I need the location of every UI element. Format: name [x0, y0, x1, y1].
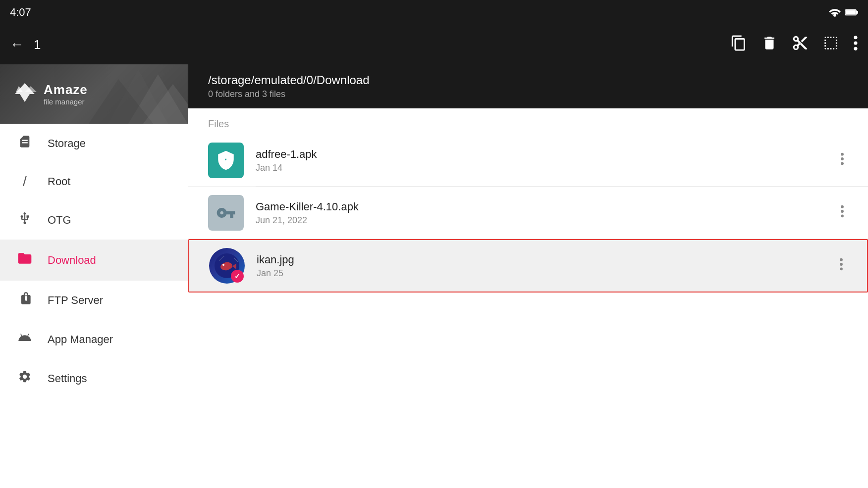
gamekiller-icon [208, 195, 244, 231]
ftp-icon [16, 292, 34, 309]
sidebar-item-storage-label: Storage [48, 137, 86, 150]
adfree-icon [208, 143, 244, 178]
wifi-icon [828, 7, 841, 17]
top-bar-actions [730, 35, 858, 55]
sidebar-item-otg-label: OTG [48, 214, 71, 227]
file-more-ikan[interactable] [835, 253, 847, 279]
top-bar: ← 1 [0, 25, 868, 64]
file-date-adfree: Jan 14 [256, 163, 824, 173]
svg-point-18 [841, 214, 844, 217]
svg-point-17 [841, 210, 844, 213]
sidebar-item-app-manager[interactable]: App Manager [0, 320, 188, 359]
sidebar-item-ftp-label: FTP Server [48, 294, 103, 307]
sidebar-item-download[interactable]: Download [0, 240, 188, 281]
sidebar-item-root-label: Root [48, 175, 70, 188]
file-more-adfree[interactable] [836, 148, 848, 173]
svg-rect-2 [846, 10, 856, 14]
more-options-icon[interactable] [853, 35, 858, 55]
status-icons [828, 7, 858, 17]
status-time: 4:07 [10, 6, 31, 19]
file-info-ikan: ikan.jpg Jan 25 [257, 253, 823, 279]
path-header: /storage/emulated/0/Download 0 folders a… [188, 64, 868, 108]
sidebar-item-download-label: Download [48, 254, 96, 267]
tab-count: 1 [34, 37, 41, 52]
amaze-logo-icon [12, 81, 38, 107]
svg-point-13 [841, 152, 844, 155]
files-section: Files adfree-1.apk Jan 14 [188, 108, 868, 488]
app-subtitle: file manager [44, 98, 88, 106]
status-bar: 4:07 [0, 0, 868, 25]
svg-point-3 [854, 36, 857, 39]
cut-icon[interactable] [792, 35, 809, 55]
copy-icon[interactable] [730, 35, 747, 55]
file-date-ikan: Jan 25 [257, 268, 823, 279]
svg-marker-10 [15, 83, 35, 102]
svg-point-25 [840, 258, 843, 261]
file-name-ikan: ikan.jpg [257, 253, 823, 266]
sidebar-nav: Storage / Root OTG [0, 124, 188, 488]
logo-text: Amaze file manager [44, 82, 88, 106]
main-layout: Amaze file manager Storage / Root [0, 64, 868, 488]
file-icon-gamekiller [208, 195, 244, 231]
battery-icon [845, 7, 858, 17]
file-name-gamekiller: Game-Killer-4.10.apk [256, 200, 824, 213]
sidebar-logo: Amaze file manager [12, 81, 88, 107]
svg-point-22 [222, 264, 224, 266]
svg-point-5 [854, 47, 857, 50]
mountain-decoration [89, 64, 188, 124]
content-area: /storage/emulated/0/Download 0 folders a… [188, 64, 868, 488]
app-name: Amaze [44, 82, 88, 98]
sidebar-header: Amaze file manager [0, 64, 188, 124]
file-item-adfree[interactable]: adfree-1.apk Jan 14 [188, 135, 868, 187]
sidebar-item-otg[interactable]: OTG [0, 200, 188, 240]
svg-point-14 [841, 157, 844, 160]
sidebar-item-storage[interactable]: Storage [0, 124, 188, 163]
delete-icon[interactable] [761, 35, 778, 55]
storage-icon [16, 135, 34, 152]
settings-icon [16, 370, 34, 387]
root-icon: / [16, 174, 34, 190]
svg-rect-1 [856, 11, 858, 14]
file-more-gamekiller[interactable] [836, 200, 848, 226]
sidebar-item-app-manager-label: App Manager [48, 333, 113, 346]
file-item-ikan[interactable]: ✓ ikan.jpg Jan 25 [188, 239, 868, 293]
path-info: 0 folders and 3 files [208, 89, 848, 99]
download-folder-icon [16, 250, 34, 270]
select-all-icon[interactable] [822, 35, 839, 55]
sidebar: Amaze file manager Storage / Root [0, 64, 188, 488]
file-icon-ikan: ✓ [209, 248, 245, 284]
svg-point-15 [841, 162, 844, 165]
file-info-adfree: adfree-1.apk Jan 14 [256, 148, 824, 173]
current-path: /storage/emulated/0/Download [208, 73, 848, 87]
file-name-adfree: adfree-1.apk [256, 148, 824, 161]
file-item-gamekiller[interactable]: Game-Killer-4.10.apk Jun 21, 2022 [188, 187, 868, 239]
otg-icon [16, 211, 34, 229]
sidebar-item-ftp[interactable]: FTP Server [0, 281, 188, 320]
svg-point-16 [841, 205, 844, 208]
svg-point-4 [854, 41, 857, 45]
files-label: Files [188, 108, 868, 135]
svg-point-27 [840, 267, 843, 270]
svg-point-26 [840, 263, 843, 266]
sidebar-item-settings-label: Settings [48, 372, 87, 385]
selection-checkmark: ✓ [231, 270, 244, 283]
sidebar-item-settings[interactable]: Settings [0, 359, 188, 398]
file-date-gamekiller: Jun 21, 2022 [256, 215, 824, 226]
sidebar-item-root[interactable]: / Root [0, 163, 188, 200]
back-button[interactable]: ← [10, 37, 24, 52]
file-icon-adfree [208, 143, 244, 178]
file-info-gamekiller: Game-Killer-4.10.apk Jun 21, 2022 [256, 200, 824, 226]
app-manager-icon [16, 331, 34, 348]
